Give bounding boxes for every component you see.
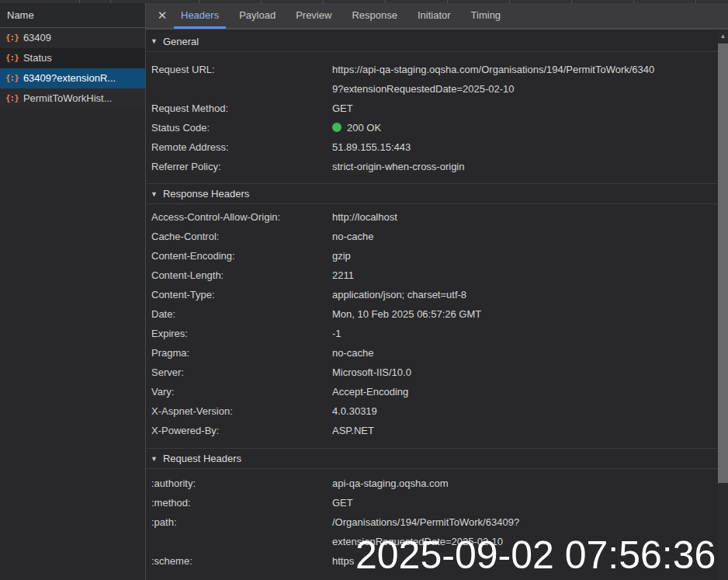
header-row-content-length: Content-Length: 2211 [147,266,718,285]
request-list-sidebar: Name {:} 63409 {:} Status {:} 63409?exte… [0,3,145,580]
devtools-network-panel: Name {:} 63409 {:} Status {:} 63409?exte… [0,0,728,580]
header-name: X-Aspnet-Version: [151,401,332,421]
header-name: Content-Length: [151,266,332,285]
header-row-request-url: Request URL: https://api-qa-staging.oqsh… [147,60,718,99]
header-row-method: :method: GET [147,493,718,512]
header-name: Status Code: [151,118,332,137]
header-name: X-Powered-By: [151,421,332,440]
header-row-request-method: Request Method: GET [147,99,718,118]
header-name: Content-Type: [151,285,332,304]
header-name: Expires: [151,324,332,343]
header-row-pragma: Pragma: no-cache [147,343,718,363]
header-row-authority: :authority: api-qa-staging.oqsha.com [147,474,718,493]
scroll-up-arrow-icon[interactable]: ▲ [718,31,728,42]
tab-initiator[interactable]: Initiator [409,2,459,29]
chevron-down-icon: ▼ [151,190,158,198]
json-braces-icon: {:} [5,89,19,109]
tab-headers[interactable]: Headers [172,2,227,29]
header-row-access-control-allow-origin: Access-Control-Allow-Origin: http://loca… [147,207,718,227]
header-row-server: Server: Microsoft-IIS/10.0 [147,363,718,382]
header-value: api-qa-staging.oqsha.com [332,474,449,493]
header-row-x-aspnet-version: X-Aspnet-Version: 4.0.30319 [147,401,718,421]
header-name: Cache-Control: [151,227,332,246]
json-braces-icon: {:} [5,48,19,68]
section-general-rows: Request URL: https://api-qa-staging.oqsh… [147,52,718,183]
request-row-63409[interactable]: {:} 63409 [0,28,145,48]
request-row-63409-extension-selected[interactable]: {:} 63409?extensionR... [0,68,145,89]
header-value: https://api-qa-staging.oqsha.com/Organis… [332,60,654,99]
header-value: 200 OK [332,118,381,137]
close-icon[interactable]: ✕ [152,9,172,23]
header-name: :scheme: [151,551,332,571]
header-name: Vary: [151,382,332,401]
scrollbar-thumb[interactable] [718,43,728,483]
header-value: strict-origin-when-cross-origin [332,157,465,176]
header-name: :method: [151,493,332,512]
request-row-label: 63409?extensionR... [23,68,116,89]
header-row-vary: Vary: Accept-Encoding [147,382,718,401]
header-name: Request Method: [151,99,332,118]
header-row-x-powered-by: X-Powered-By: ASP.NET [147,421,718,440]
header-value: Microsoft-IIS/10.0 [332,363,411,382]
header-row-expires: Expires: -1 [147,324,718,343]
section-title: General [163,36,199,47]
header-value: 4.0.30319 [332,401,377,421]
detail-tabbar: ✕ Headers Payload Preview Response Initi… [146,3,728,30]
tab-preview[interactable]: Preview [287,2,340,29]
name-column-header[interactable]: Name [0,3,145,28]
header-name: Access-Control-Allow-Origin: [151,207,332,227]
section-title: Response Headers [163,188,249,200]
vertical-scrollbar[interactable]: ▲ [718,31,728,580]
request-row-label: PermitToWorkHist... [23,89,113,109]
request-row-label: Status [23,48,52,68]
header-name: Remote Address: [151,137,332,157]
header-name: Referrer Policy: [151,157,332,176]
status-ok-dot-icon [332,123,341,132]
header-name: Server: [151,363,332,382]
header-value: 51.89.155.15:443 [332,137,411,157]
json-braces-icon: {:} [5,28,19,48]
json-braces-icon: {:} [5,68,19,89]
tab-response[interactable]: Response [343,2,406,29]
header-value: https [332,551,354,571]
header-value: Mon, 10 Feb 2025 06:57:26 GMT [332,304,481,324]
section-response-headers-rows: Access-Control-Allow-Origin: http://loca… [147,204,718,448]
header-row-date: Date: Mon, 10 Feb 2025 06:57:26 GMT [147,304,718,324]
header-row-content-encoding: Content-Encoding: gzip [147,246,718,266]
header-name: Request URL: [151,60,332,99]
header-value: GET [332,493,353,512]
request-detail-panel: ✕ Headers Payload Preview Response Initi… [145,3,728,580]
timestamp-watermark: 2025-09-02 07:56:36 [355,534,716,576]
request-row-status[interactable]: {:} Status [0,48,145,68]
tab-payload[interactable]: Payload [231,2,284,29]
header-name: :authority: [151,474,332,493]
header-value: gzip [332,246,351,266]
request-row-label: 63409 [23,28,51,48]
header-value: GET [332,99,353,118]
header-row-remote-address: Remote Address: 51.89.155.15:443 [147,137,718,157]
section-request-headers-header[interactable]: ▼ Request Headers [147,448,718,469]
section-response-headers: ▼ Response Headers Access-Control-Allow-… [147,183,718,448]
request-row-permittoworkhistory[interactable]: {:} PermitToWorkHist... [0,89,145,109]
chevron-down-icon: ▼ [151,455,158,463]
header-value: no-cache [332,227,373,246]
section-title: Request Headers [163,453,241,464]
header-value: application/json; charset=utf-8 [332,285,466,304]
section-general: ▼ General Request URL: https://api-qa-st… [147,31,718,183]
header-value: ASP.NET [332,421,374,440]
header-value: Accept-Encoding [332,382,408,401]
status-code-text: 200 OK [347,122,381,134]
header-row-content-type: Content-Type: application/json; charset=… [147,285,718,304]
header-name: :path: [151,512,332,551]
headers-content: ▼ General Request URL: https://api-qa-st… [147,31,718,580]
section-general-header[interactable]: ▼ General [147,31,718,52]
section-response-headers-header[interactable]: ▼ Response Headers [147,183,718,204]
chevron-down-icon: ▼ [151,37,158,45]
tab-timing[interactable]: Timing [463,2,510,29]
header-value: http://localhost [332,207,397,227]
header-value: 2211 [332,266,354,285]
header-value: -1 [332,324,341,343]
header-row-cache-control: Cache-Control: no-cache [147,227,718,246]
header-row-status-code: Status Code: 200 OK [147,118,718,137]
header-row-referrer-policy: Referrer Policy: strict-origin-when-cros… [147,157,718,176]
